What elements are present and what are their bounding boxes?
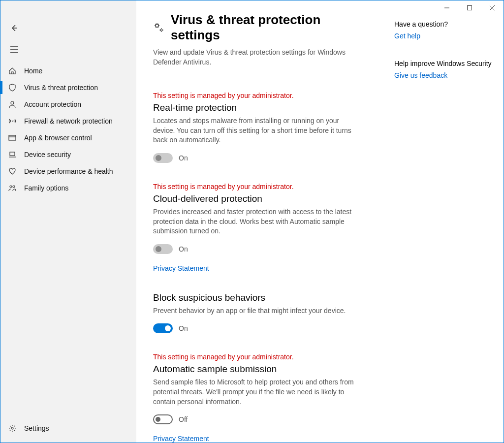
antenna-icon bbox=[7, 116, 17, 126]
sidebar-item-family[interactable]: Family options bbox=[0, 180, 136, 196]
question-heading: Have a question? bbox=[394, 20, 492, 28]
section-block: Block suspicious behaviors Prevent behav… bbox=[153, 292, 365, 334]
feedback-link[interactable]: Give us feedback bbox=[394, 71, 492, 79]
person-icon bbox=[7, 99, 17, 109]
window-icon bbox=[7, 133, 17, 143]
svg-point-9 bbox=[13, 186, 15, 188]
sidebar-item-label: Home bbox=[24, 67, 42, 75]
sidebar-item-label: Device performance & health bbox=[24, 167, 113, 175]
section-sample: This setting is managed by your administ… bbox=[153, 353, 365, 443]
privacy-link[interactable]: Privacy Statement bbox=[153, 264, 209, 272]
sidebar-item-label: Family options bbox=[24, 184, 68, 192]
laptop-icon bbox=[7, 150, 17, 159]
admin-message: This setting is managed by your administ… bbox=[153, 183, 365, 190]
maximize-button[interactable] bbox=[458, 0, 481, 15]
section-title: Real-time protection bbox=[153, 102, 365, 113]
sidebar-item-label: Firewall & network protection bbox=[24, 117, 113, 125]
toggle-label: On bbox=[179, 324, 188, 332]
sidebar-item-firewall[interactable]: Firewall & network protection bbox=[0, 113, 136, 129]
toggle-sample bbox=[153, 414, 173, 424]
sidebar-item-label: App & browser control bbox=[24, 134, 92, 142]
admin-message: This setting is managed by your administ… bbox=[153, 353, 365, 361]
svg-point-15 bbox=[156, 24, 158, 27]
section-title: Cloud-delivered protection bbox=[153, 193, 365, 204]
settings-gears-icon bbox=[153, 22, 165, 33]
sidebar-item-label: Virus & threat protection bbox=[24, 84, 98, 92]
sidebar-item-label: Settings bbox=[24, 424, 49, 432]
section-desc: Provides increased and faster protection… bbox=[153, 207, 360, 236]
section-realtime: This setting is managed by your administ… bbox=[153, 92, 365, 163]
toggle-block[interactable] bbox=[153, 323, 173, 333]
back-button[interactable] bbox=[4, 18, 24, 38]
hamburger-icon[interactable] bbox=[4, 40, 24, 60]
page-subtitle: View and update Virus & threat protectio… bbox=[153, 48, 350, 67]
heart-icon bbox=[7, 166, 17, 176]
svg-rect-12 bbox=[468, 6, 472, 10]
toggle-label: On bbox=[179, 154, 188, 162]
toggle-cloud bbox=[153, 244, 173, 254]
sidebar-item-app[interactable]: App & browser control bbox=[0, 129, 136, 146]
minimize-button[interactable] bbox=[436, 0, 458, 15]
svg-point-4 bbox=[12, 121, 13, 122]
family-icon bbox=[7, 183, 17, 193]
svg-rect-7 bbox=[10, 152, 15, 156]
sidebar-item-virus[interactable]: Virus & threat protection bbox=[0, 79, 136, 96]
sidebar-item-account[interactable]: Account protection bbox=[0, 96, 136, 113]
section-cloud: This setting is managed by your administ… bbox=[153, 183, 365, 273]
svg-point-8 bbox=[10, 186, 12, 188]
toggle-label: On bbox=[179, 245, 188, 253]
section-title: Automatic sample submission bbox=[153, 364, 365, 375]
sidebar-item-device[interactable]: Device security bbox=[0, 146, 136, 163]
close-button[interactable] bbox=[481, 0, 504, 15]
gear-icon bbox=[7, 423, 17, 433]
svg-point-3 bbox=[11, 101, 14, 104]
sidebar-item-label: Account protection bbox=[24, 100, 81, 108]
section-desc: Prevent behavior by an app or file that … bbox=[153, 306, 360, 316]
sidebar-item-performance[interactable]: Device performance & health bbox=[0, 163, 136, 180]
section-desc: Send sample files to Microsoft to help p… bbox=[153, 378, 360, 407]
home-icon bbox=[7, 66, 17, 76]
svg-rect-5 bbox=[9, 135, 16, 140]
get-help-link[interactable]: Get help bbox=[394, 32, 492, 40]
sidebar-item-home[interactable]: Home bbox=[0, 63, 136, 79]
svg-point-10 bbox=[11, 427, 13, 429]
toggle-label: Off bbox=[179, 415, 188, 423]
svg-point-16 bbox=[160, 29, 162, 31]
sidebar-item-settings[interactable]: Settings bbox=[0, 420, 136, 437]
admin-message: This setting is managed by your administ… bbox=[153, 92, 365, 99]
privacy-link[interactable]: Privacy Statement bbox=[153, 435, 209, 443]
feedback-heading: Help improve Windows Security bbox=[394, 60, 492, 67]
section-desc: Locates and stops malware from installin… bbox=[153, 116, 360, 145]
shield-icon bbox=[7, 83, 17, 93]
sidebar-item-label: Device security bbox=[24, 151, 71, 158]
toggle-realtime bbox=[153, 153, 173, 163]
page-title: Virus & threat protection settings bbox=[153, 12, 365, 43]
section-title: Block suspicious behaviors bbox=[153, 292, 365, 303]
